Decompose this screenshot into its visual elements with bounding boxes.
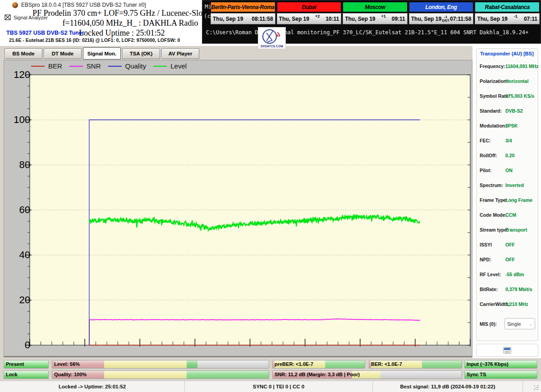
transponder-value: 0,210 MHz — [505, 301, 528, 307]
transponder-value: 11604,091 MHz — [505, 64, 539, 69]
transponder-row-carrierwidth: CarrierWidth:0,210 MHz — [480, 297, 536, 312]
satellite-dish-icon — [262, 28, 283, 45]
sync-ts-indicator: Sync TS — [464, 370, 537, 379]
clock-time: 09:11 — [392, 16, 405, 22]
signal-analyzer-icon — [5, 14, 11, 21]
transponder-value: OFF — [505, 242, 515, 247]
clock-time-row: Thu, Sep 19-1DST07:11:58 — [409, 13, 474, 24]
mis-row: MIS (0): Single ⌄ — [480, 318, 536, 330]
frequency-title: f=11604,050 MHz_H_ : DAKHLA Radio — [45, 18, 215, 28]
clock-berlin-paris-vienna-roma: Berlin-Paris-Vienna-RomaThu, Sep 1908:11… — [211, 2, 275, 26]
mis-dropdown[interactable]: Single ⌄ — [504, 318, 535, 329]
legend-item-quality: Quality — [108, 62, 147, 70]
transponder-value: 175,003 KS/s — [505, 93, 534, 99]
clock-time: 10:11 — [326, 16, 339, 22]
resize-grip[interactable] — [534, 385, 539, 391]
transponder-value: OFF — [505, 257, 515, 262]
level-bar: Level: 56% — [52, 360, 269, 369]
transponder-value: DVB-S2 — [505, 108, 523, 114]
transponder-value: Long Frame — [505, 197, 532, 203]
transponder-label: Stream type: — [480, 227, 509, 232]
transponder-row-rf-level: RF Level:-55 dBm — [480, 268, 536, 283]
chevron-down-icon: ⌄ — [529, 322, 532, 326]
legend-label: Level — [170, 62, 187, 70]
transponder-row-fec: FEC:3/4 — [480, 134, 536, 149]
mis-label: MIS (0): — [480, 321, 497, 327]
y-axis-label-0: 0 — [9, 339, 30, 351]
transponder-label: ISSYI — [480, 242, 492, 247]
tab-signal-mon[interactable]: Signal Mon. — [83, 47, 121, 59]
statusbar-cell-sync-0-tei-0-cc-0: SYNC 0 | TEI 0 | CC 0 — [185, 381, 373, 392]
transponder-row-npd: NPD:OFF — [480, 253, 536, 268]
y-axis-label-40: 40 — [9, 249, 30, 261]
transponder-value: Transport — [505, 227, 527, 232]
transponder-row-spectrum: Spectrum:Inverted — [480, 178, 536, 193]
transponder-label: Modulation: — [480, 123, 506, 128]
transponder-row-symbol-rate: Symbol Rate:175,003 KS/s — [480, 89, 536, 104]
transponder-row-bitrate: BitRate:0,379 Mbit/s — [480, 283, 536, 297]
transponder-row-polarization: Polarization:Horizontal — [480, 74, 536, 89]
snr-line-swatch — [69, 66, 83, 67]
tuner-details: 21.6E - Eutelsat 21B SES 16 (ID: 0216) @… — [9, 37, 180, 43]
clock-city-label: Dubai — [277, 2, 342, 12]
transponder-value: 3/4 — [505, 138, 512, 143]
transponder-label: Code Mode: — [480, 212, 507, 218]
clock-dubai: DubaiThu, Sep 19+210:11 — [277, 2, 342, 26]
clock-utc-offset: -1 — [514, 14, 518, 18]
input-indicator: Input (~376 Kbps) — [464, 360, 537, 369]
console-window[interactable]: Mi (c Berlin-Paris-Vienna-RomaThu, Sep 1… — [202, 0, 541, 44]
signal-chart-panel: BERSNRQualityLevel 120100806040200 — [4, 60, 472, 357]
signal-chart — [30, 75, 470, 345]
transponder-label: Polarization: — [480, 78, 508, 84]
transponder-label: Frequency: — [480, 64, 505, 69]
clock-time-row: Thu, Sep 1908:11:58 — [211, 13, 275, 24]
clock-moscow: MoscowThu, Sep 19+109:11 — [343, 2, 408, 26]
y-axis-label-100: 100 — [9, 114, 30, 126]
transponder-value: 0.20 — [505, 153, 514, 158]
clock-city-label: London, Eng — [409, 2, 474, 12]
clock-time-row: Thu, Sep 19+210:11 — [277, 13, 342, 24]
transponder-label: RF Level: — [480, 272, 501, 277]
transponder-label: NPD: — [480, 257, 491, 262]
window-title: EBSpro 18.0.0.4 [TBS 5927 USB DVB-S2 Tun… — [21, 2, 146, 8]
save-button[interactable] — [476, 344, 538, 357]
clock-date: Thu, Sep 19 — [345, 16, 375, 22]
transponder-row-code-mode: Code Mode:CCM — [480, 208, 536, 223]
tab-tsa-ok[interactable]: TSA (OK) — [122, 48, 160, 59]
clock-city-label: Rabat-Casablanca — [475, 2, 540, 12]
clock-utc-offset: +1 — [381, 14, 386, 18]
console-fragment: (c — [204, 13, 211, 19]
y-axis-label-20: 20 — [9, 294, 30, 306]
y-axis-label-120: 120 — [9, 69, 30, 81]
transponder-value: 8PSK — [505, 123, 518, 128]
transponder-value: -55 dBm — [505, 272, 524, 277]
transponder-row-frequency: Frequency:11604,091 MHz — [480, 59, 536, 74]
series-quality — [89, 120, 420, 345]
tab-bs-mode[interactable]: BS Mode — [5, 48, 42, 59]
series-ber — [89, 320, 420, 345]
clock-time-row: Thu, Sep 19-107:11 — [475, 13, 540, 24]
signal-plot — [30, 75, 470, 345]
app-icon — [12, 2, 18, 8]
legend-label: SNR — [87, 62, 101, 70]
clock-city-label: Moscow — [343, 2, 408, 12]
transponder-label: BitRate: — [480, 287, 498, 292]
transponder-row-frame-type: Frame Type:Long Frame — [480, 193, 536, 208]
transponder-row-pilot: Pilot:ON — [480, 164, 536, 178]
disk-icon — [503, 347, 511, 354]
clock-time: 07:11:58 — [450, 16, 471, 22]
tab-dt-mode[interactable]: DT Mode — [44, 48, 82, 59]
transponder-row-issyi: ISSYIOFF — [480, 238, 536, 253]
quality-bar: Quality: 100% — [52, 370, 269, 379]
snr-bar: SNR: 11,2 dB (Margin: 3,3 dB | Poor) — [272, 370, 462, 379]
statusbar-cell-best-signal: Best signal: 11,9 dB (2024-09-19 01:22) — [373, 381, 523, 392]
transponder-value: ON — [505, 168, 513, 173]
tab-av-player[interactable]: AV Player — [161, 48, 199, 59]
clock-date: Thu, Sep 19 — [213, 16, 243, 22]
antenna-title: PF Prodelin 370 cm+ LOF=9.75 GHz / Lucen… — [32, 9, 203, 18]
clock-date: Thu, Sep 19 — [477, 16, 507, 22]
transponder-label: FEC: — [480, 138, 491, 143]
legend-label: Quality — [125, 62, 147, 70]
clock-utc-offset: +2 — [315, 14, 320, 18]
clock-time: 07:11 — [524, 16, 537, 22]
